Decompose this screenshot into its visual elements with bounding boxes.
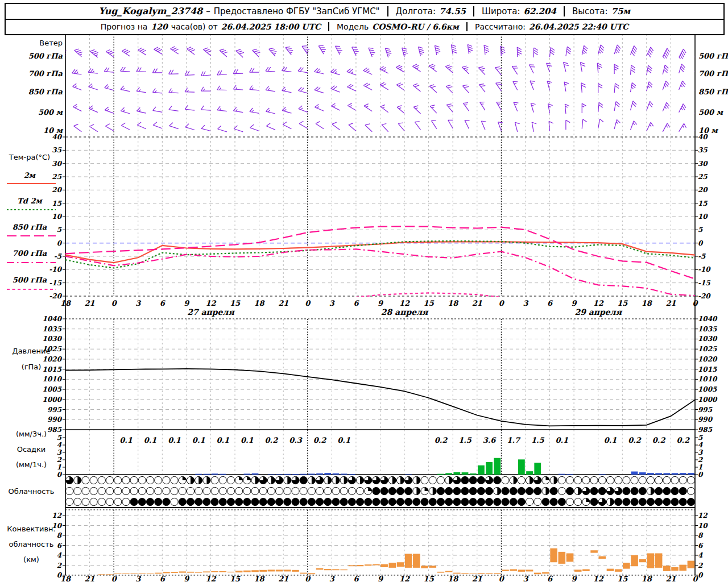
precip-3h-value: 0.3 (289, 436, 303, 444)
convective-cloud-bar (598, 556, 606, 559)
meteogram-chart: 40403535303025252020151510105500-5-5-10-… (0, 0, 728, 582)
precip-3h-value: 0.1 (604, 436, 617, 444)
cloud-cover-circle (405, 498, 412, 505)
convective-cloud-bar (607, 569, 614, 571)
precip-3h-value: 0.1 (168, 436, 181, 444)
cloud-cover-circle (380, 498, 388, 505)
convective-cloud-bar (332, 569, 340, 571)
cloud-cover-circle (421, 476, 428, 484)
y-tick-label-left: 6 (57, 542, 63, 550)
y-tick-label-right: -10 (698, 265, 711, 273)
snow-bar (462, 472, 469, 475)
forecast-start-time: 26.04.2025 18:00 UTC (221, 22, 321, 31)
precip-3h-value: 0.1 (556, 436, 569, 444)
precip-3h-value: 0.1 (192, 436, 205, 444)
cloud-cover-circle (518, 498, 525, 505)
y-tick-label-right: 1015 (698, 365, 717, 373)
calc-label: Рассчитано: (475, 22, 526, 31)
convective-cloud-bar (559, 552, 566, 564)
wind-level-label-right: 850 гПа (698, 88, 728, 96)
y-tick-label-left: 990 (47, 415, 63, 423)
y-tick-label-left: 35 (52, 146, 61, 154)
cloud-cover-circle (518, 476, 525, 484)
y-tick-label-right: 985 (698, 426, 713, 434)
time-tick-label: 21 (472, 299, 482, 307)
rain-bar (639, 472, 646, 475)
convective-cloud-bar (365, 564, 372, 566)
convective-cloud-bar (163, 572, 170, 573)
y-tick-label-right: 0 (698, 239, 704, 247)
y-tick-label-left: 2 (57, 456, 63, 464)
cloud-cover-circle (655, 476, 663, 484)
convective-cloud-bar (469, 573, 477, 574)
cloud-cover-circle (114, 476, 122, 484)
date-label: 29 апреля (574, 307, 622, 317)
time-tick-label: 6 (353, 575, 359, 582)
dash: – (206, 6, 210, 16)
rain-bar (212, 473, 218, 475)
cloud-cover-circle (187, 498, 194, 505)
y-tick-label-right: 0 (698, 571, 704, 579)
cloud-cover-circle (163, 476, 170, 484)
y-tick-label-left: 8 (57, 531, 63, 539)
time-tick-label: 9 (378, 575, 384, 582)
cloud-cover-circle (171, 498, 178, 505)
precip-panel-label: Осадки (17, 445, 46, 454)
cloud-cover-circle (130, 498, 138, 505)
time-tick-label: 18 (60, 299, 72, 307)
convective-cloud-bar (679, 565, 686, 571)
snow-bar (526, 471, 533, 475)
cloud-cover-circle (687, 487, 694, 494)
convective-cloud-bar (349, 566, 356, 567)
y-tick-label-left: 25 (52, 173, 61, 181)
latitude-value: 62.204 (524, 6, 556, 16)
time-tick-label: 0 (305, 575, 311, 582)
calc-time: 26.04.2025 22:40 UTC (529, 22, 628, 31)
time-tick-label: 9 (184, 575, 190, 582)
convective-panel-label-1: Конвективн. (7, 525, 56, 533)
y-tick-label-right: 6 (698, 542, 704, 550)
convective-cloud-bar (316, 568, 324, 570)
cloud-row-lower (65, 498, 694, 505)
convective-cloud-bar (98, 574, 106, 575)
time-tick-label: 21 (85, 299, 95, 307)
y-tick-label-left: 5 (57, 434, 62, 442)
convective-panel: Конвективн.облачность(км) (7, 525, 694, 575)
precip-3h-value: 0.2 (676, 436, 690, 444)
time-tick-label: 18 (254, 575, 266, 582)
cloud-cover-circle (211, 487, 218, 494)
time-tick-label: 0 (111, 575, 118, 582)
cloud-cover-circle (332, 487, 340, 494)
convective-cloud-bar (155, 573, 162, 574)
cloud-cover-circle (332, 498, 340, 505)
cloud-cover-circle (396, 487, 404, 494)
cloud-cover-circle (590, 487, 598, 494)
temp-legend-2: Td 2м (7, 197, 56, 210)
cloud-cover-circle (574, 498, 582, 505)
y-tick-label-right: -20 (698, 292, 711, 300)
snow-bar (437, 474, 444, 475)
time-tick-label: 21 (472, 575, 482, 582)
convective-cloud-bar (171, 572, 178, 573)
precip-3h-value: 0.1 (144, 436, 157, 444)
cloud-cover-circle (421, 498, 428, 505)
cloud-cover-circle (308, 498, 315, 505)
convective-cloud-bar (413, 554, 420, 568)
y-tick-label-right: 1 (698, 463, 702, 471)
convective-cloud-bar (388, 563, 396, 568)
cloud-cover-circle (171, 476, 178, 484)
cloud-cover-circle (445, 487, 453, 494)
rain-bar (268, 474, 275, 475)
cloud-cover-circle (679, 487, 686, 494)
cloud-cover-circle (82, 498, 89, 505)
y-tick-label-right: 3 (698, 448, 704, 456)
cloud-cover-circle (122, 498, 130, 505)
pressure-panel-units: (гПа) (22, 363, 42, 371)
longitude-label: Долгота: (396, 6, 436, 16)
cloud-cover-circle (663, 498, 671, 505)
convective-panel-label-2: облачность (9, 540, 54, 548)
time-tick-label: 6 (353, 299, 359, 307)
cloud-cover-circle (558, 476, 565, 484)
convective-cloud-bar (308, 573, 316, 575)
time-tick-label: 0 (499, 299, 505, 307)
